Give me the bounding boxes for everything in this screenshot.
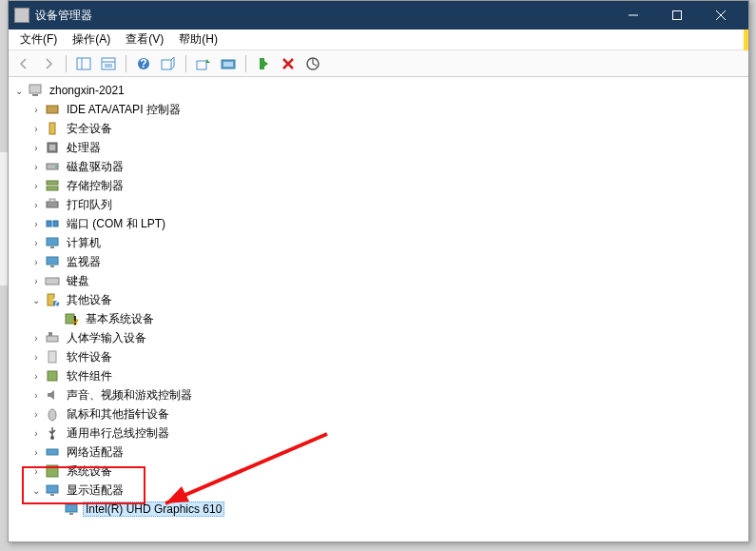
tree-node-softdev[interactable]: › 软件设备 bbox=[9, 347, 748, 366]
svg-rect-31 bbox=[53, 221, 58, 226]
device-tree[interactable]: ⌄ zhongxin-2021 › IDE ATA/ATAPI 控制器 › 安全… bbox=[9, 77, 748, 541]
app-icon bbox=[14, 8, 29, 23]
tree-label: 处理器 bbox=[64, 140, 104, 156]
tree-label: 声音、视频和游戏控制器 bbox=[64, 387, 195, 403]
tree-node-cpu[interactable]: › 处理器 bbox=[9, 138, 748, 157]
tree-root[interactable]: ⌄ zhongxin-2021 bbox=[9, 81, 748, 100]
tree-label: 系统设备 bbox=[64, 463, 115, 480]
menu-action[interactable]: 操作(A) bbox=[65, 30, 118, 49]
update-driver-button[interactable] bbox=[192, 53, 215, 74]
svg-rect-34 bbox=[47, 257, 58, 265]
warning-device-icon: ! bbox=[64, 311, 79, 326]
window-title: 设备管理器 bbox=[35, 8, 611, 24]
tree-node-system[interactable]: › 系统设备 bbox=[9, 462, 748, 481]
tree-node-display-child[interactable]: Intel(R) UHD Graphics 610 bbox=[9, 500, 748, 519]
expander-icon[interactable]: › bbox=[29, 331, 43, 344]
toolbar-sep3 bbox=[185, 55, 186, 72]
minimize-button[interactable] bbox=[611, 1, 655, 30]
expander-icon[interactable]: › bbox=[29, 388, 43, 402]
tree-label: 网络适配器 bbox=[64, 444, 126, 461]
disable-device-button[interactable] bbox=[301, 53, 324, 74]
tree-node-ide[interactable]: › IDE ATA/ATAPI 控制器 bbox=[9, 100, 748, 119]
tree-node-security[interactable]: › 安全设备 bbox=[9, 119, 748, 138]
tree-node-display[interactable]: ⌄ 显示适配器 bbox=[9, 481, 748, 500]
nav-back-button[interactable] bbox=[12, 53, 35, 74]
show-hide-console-tree-button[interactable] bbox=[72, 53, 95, 74]
maximize-button[interactable] bbox=[655, 1, 699, 30]
tree-node-disk[interactable]: › 磁盘驱动器 bbox=[9, 157, 748, 176]
sound-icon bbox=[45, 387, 60, 403]
tree-node-computer[interactable]: › 计算机 bbox=[9, 233, 748, 252]
uninstall-device-button[interactable] bbox=[277, 53, 300, 74]
expander-icon[interactable]: › bbox=[29, 445, 43, 459]
storage-icon bbox=[45, 178, 60, 193]
svg-rect-48 bbox=[47, 449, 58, 455]
tree-label: 端口 (COM 和 LPT) bbox=[64, 216, 168, 232]
menu-help[interactable]: 帮助(H) bbox=[171, 30, 225, 49]
expander-icon[interactable]: ⌄ bbox=[12, 84, 26, 97]
tree-node-network[interactable]: › 网络适配器 bbox=[9, 443, 748, 462]
action-button[interactable] bbox=[157, 53, 180, 74]
svg-rect-16 bbox=[260, 58, 264, 69]
tree-node-sound[interactable]: › 声音、视频和游戏控制器 bbox=[9, 385, 748, 404]
tree-node-storage[interactable]: › 存储控制器 bbox=[9, 176, 748, 195]
expander-icon[interactable]: › bbox=[29, 407, 43, 421]
tree-node-ports[interactable]: › 端口 (COM 和 LPT) bbox=[9, 214, 748, 233]
expander-icon[interactable]: › bbox=[29, 236, 43, 249]
menubar: 文件(F) 操作(A) 查看(V) 帮助(H) bbox=[9, 30, 748, 50]
expander-icon[interactable]: › bbox=[29, 160, 43, 173]
svg-rect-30 bbox=[47, 221, 51, 226]
expander-icon[interactable]: › bbox=[29, 464, 43, 478]
svg-rect-29 bbox=[49, 199, 55, 202]
svg-rect-13 bbox=[197, 61, 206, 69]
tree-label: 软件设备 bbox=[64, 349, 115, 365]
enable-device-button[interactable] bbox=[252, 53, 275, 74]
expander-icon[interactable]: › bbox=[29, 369, 43, 383]
properties-button[interactable] bbox=[97, 53, 120, 74]
tree-node-mouse[interactable]: › 鼠标和其他指针设备 bbox=[9, 404, 748, 423]
expander-icon[interactable]: › bbox=[29, 122, 43, 135]
tree-node-softcomp[interactable]: › 软件组件 bbox=[9, 366, 748, 385]
svg-rect-43 bbox=[48, 332, 52, 336]
tree-label: IDE ATA/ATAPI 控制器 bbox=[64, 102, 184, 118]
menu-file[interactable]: 文件(F) bbox=[12, 30, 65, 49]
expander-icon[interactable]: › bbox=[29, 141, 43, 154]
mouse-icon bbox=[45, 406, 60, 422]
tree-node-other-child[interactable]: ! 基本系统设备 bbox=[9, 309, 748, 328]
expander-icon[interactable]: › bbox=[29, 198, 43, 211]
display-adapter-icon bbox=[45, 482, 60, 498]
expander-icon[interactable]: › bbox=[29, 217, 43, 230]
expander-icon[interactable]: ⌄ bbox=[29, 293, 43, 306]
expander-icon[interactable]: › bbox=[29, 426, 43, 440]
expander-icon[interactable]: › bbox=[29, 179, 43, 192]
tree-node-keyboard[interactable]: › 键盘 bbox=[9, 271, 748, 290]
nav-forward-button[interactable] bbox=[37, 53, 60, 74]
tree-node-other[interactable]: ⌄ ? 其他设备 bbox=[9, 290, 748, 309]
svg-rect-36 bbox=[46, 278, 59, 285]
expander-icon[interactable]: ⌄ bbox=[29, 483, 43, 497]
tree-label: 显示适配器 bbox=[64, 482, 126, 499]
close-button[interactable] bbox=[699, 1, 743, 30]
tree-label: 磁盘驱动器 bbox=[64, 159, 126, 175]
svg-point-25 bbox=[55, 166, 57, 167]
svg-rect-12 bbox=[162, 60, 171, 69]
scan-hardware-button[interactable] bbox=[217, 53, 240, 74]
keyboard-icon bbox=[45, 273, 60, 288]
tree-node-monitor[interactable]: › 监视器 bbox=[9, 252, 748, 271]
help-button[interactable]: ? bbox=[132, 53, 155, 74]
system-icon bbox=[45, 463, 60, 479]
security-icon bbox=[45, 121, 60, 136]
expander-icon[interactable]: › bbox=[29, 255, 43, 268]
tree-node-hid[interactable]: › 人体学输入设备 bbox=[9, 328, 748, 347]
svg-rect-53 bbox=[69, 513, 73, 515]
expander-icon[interactable]: › bbox=[29, 274, 43, 287]
tree-label: 基本系统设备 bbox=[83, 311, 157, 327]
tree-node-print[interactable]: › 打印队列 bbox=[9, 195, 748, 214]
expander-icon[interactable]: › bbox=[29, 350, 43, 364]
svg-rect-44 bbox=[48, 351, 56, 363]
menu-view[interactable]: 查看(V) bbox=[118, 30, 171, 49]
expander-icon[interactable]: › bbox=[29, 103, 43, 116]
svg-rect-19 bbox=[32, 94, 38, 96]
tree-node-usb[interactable]: › 通用串行总线控制器 bbox=[9, 423, 748, 443]
svg-rect-15 bbox=[223, 62, 233, 67]
